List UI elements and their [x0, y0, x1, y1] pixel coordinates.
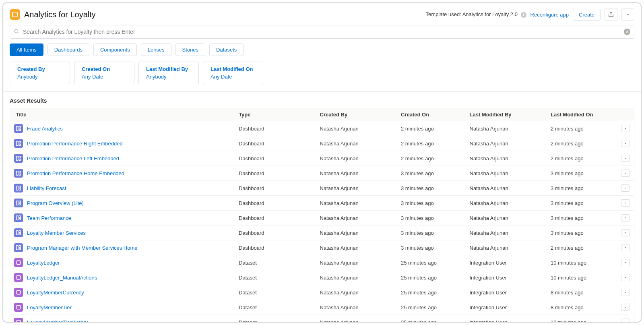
- cell-modified-by: Natasha Arjunan: [466, 196, 547, 211]
- asset-type-tabs: All ItemsDashboardsComponentsLensesStori…: [7, 43, 637, 62]
- cell-created-by: Natasha Arjunan: [316, 226, 397, 240]
- cell-type: Dataset: [235, 315, 316, 323]
- filter-value: Any Date: [211, 74, 256, 80]
- info-icon[interactable]: i: [521, 12, 526, 18]
- dashboard-icon: [14, 228, 23, 237]
- tab-lenses[interactable]: Lenses: [141, 43, 171, 56]
- svg-line-1: [18, 32, 19, 33]
- svg-rect-10: [19, 159, 21, 161]
- column-created-on[interactable]: Created On: [397, 108, 466, 121]
- svg-rect-26: [17, 246, 18, 250]
- tab-components[interactable]: Components: [93, 43, 137, 56]
- header-left: Analytics for Loyalty: [10, 9, 96, 20]
- filter-row: Created ByAnybodyCreated OnAny DateLast …: [7, 62, 637, 91]
- asset-title-link[interactable]: Liability Forecast: [27, 185, 66, 191]
- cell-created-on: 3 minutes ago: [397, 181, 466, 196]
- asset-title-link[interactable]: Team Performance: [27, 215, 71, 221]
- row-actions-button[interactable]: [621, 170, 630, 177]
- chevron-down-icon: [623, 275, 627, 279]
- filter-last-modified-by[interactable]: Last Modified ByAnybody: [138, 62, 199, 84]
- cell-created-on: 25 minutes ago: [397, 255, 466, 270]
- svg-point-0: [14, 29, 18, 33]
- row-actions-button[interactable]: [621, 155, 630, 162]
- filter-last-modified-on[interactable]: Last Modified OnAny Date: [203, 62, 263, 84]
- cell-created-by: Natasha Arjunan: [316, 181, 397, 196]
- row-actions-button[interactable]: [621, 199, 630, 207]
- asset-title-link[interactable]: Fraud Analytics: [27, 126, 63, 132]
- cell-modified-on: 3 minutes ago: [547, 196, 615, 211]
- row-actions-button[interactable]: [621, 125, 630, 132]
- svg-rect-33: [17, 320, 20, 323]
- row-actions-button[interactable]: [621, 140, 630, 147]
- cell-created-on: 3 minutes ago: [397, 211, 466, 226]
- row-actions-button[interactable]: [621, 289, 630, 296]
- table-row: LoyaltyMemberTierDatasetNatasha Arjunan2…: [10, 300, 634, 315]
- share-button[interactable]: [605, 8, 617, 21]
- cell-type: Dashboard: [235, 136, 316, 151]
- cell-type: Dashboard: [235, 151, 316, 166]
- asset-title-link[interactable]: Promotion Performance Home Embedded: [27, 170, 124, 176]
- cell-modified-by: Natasha Arjunan: [466, 211, 547, 226]
- cell-created-on: 2 minutes ago: [397, 136, 466, 151]
- cell-type: Dashboard: [235, 196, 316, 211]
- svg-rect-29: [17, 261, 20, 264]
- tab-datasets[interactable]: Datasets: [209, 43, 244, 56]
- cell-created-on: 25 minutes ago: [397, 315, 466, 323]
- asset-title-link[interactable]: Promotion Performance Right Embedded: [27, 141, 123, 147]
- svg-rect-8: [17, 156, 18, 161]
- svg-rect-4: [19, 129, 21, 131]
- column-type[interactable]: Type: [235, 108, 316, 121]
- asset-title-link[interactable]: Promotion Performance Left Embedded: [27, 155, 119, 161]
- asset-title-link[interactable]: LoyaltyLedger: [27, 260, 60, 266]
- asset-title-link[interactable]: LoyaltyMemberCurrency: [27, 290, 84, 296]
- filter-title: Created On: [82, 66, 127, 72]
- create-button[interactable]: Create: [573, 9, 601, 21]
- row-actions-button[interactable]: [621, 274, 630, 281]
- column-title[interactable]: Title: [10, 108, 235, 121]
- column-last-modified-by[interactable]: Last Modified By: [466, 108, 547, 121]
- filter-created-by[interactable]: Created ByAnybody: [10, 62, 70, 84]
- cell-created-on: 2 minutes ago: [397, 151, 466, 166]
- cell-modified-by: Natasha Arjunan: [466, 181, 547, 196]
- svg-rect-19: [19, 204, 21, 205]
- asset-title-link[interactable]: LoyaltyMemberTierHistory: [27, 319, 88, 323]
- tab-all-items[interactable]: All Items: [10, 43, 43, 56]
- search-input[interactable]: [10, 25, 634, 39]
- svg-rect-27: [19, 246, 21, 248]
- row-actions-button[interactable]: [621, 319, 630, 323]
- row-actions-button[interactable]: [621, 304, 630, 311]
- asset-title-link[interactable]: LoyaltyMemberTier: [27, 304, 72, 311]
- asset-title-link[interactable]: Program Manager with Member Services Hom…: [27, 245, 138, 251]
- svg-rect-13: [19, 174, 21, 176]
- row-actions-button[interactable]: [621, 259, 630, 266]
- cell-created-on: 3 minutes ago: [397, 226, 466, 240]
- filter-title: Created By: [17, 66, 62, 72]
- cell-modified-by: Integration User: [466, 270, 547, 285]
- tab-stories[interactable]: Stories: [175, 43, 205, 56]
- cell-type: Dashboard: [235, 166, 316, 181]
- results-heading: Asset Results: [7, 92, 637, 108]
- row-actions-button[interactable]: [621, 214, 630, 221]
- row-actions-button[interactable]: [621, 184, 630, 192]
- asset-title-link[interactable]: LoyaltyLedger_ManualActions: [27, 275, 97, 281]
- table-row: Promotion Performance Home EmbeddedDashb…: [10, 166, 634, 181]
- dashboard-icon: [14, 139, 23, 148]
- more-actions-button[interactable]: [621, 8, 634, 21]
- column-created-by[interactable]: Created By: [316, 108, 397, 121]
- row-actions-button[interactable]: [621, 229, 630, 236]
- chevron-down-icon: [623, 231, 627, 235]
- asset-title-link[interactable]: Loyalty Member Services: [27, 230, 86, 236]
- chevron-down-icon: [623, 320, 627, 323]
- chevron-down-icon: [623, 186, 627, 190]
- template-used-text: Template used: Analytics for Loyalty 2.0: [426, 11, 518, 17]
- chevron-down-icon: [623, 171, 627, 175]
- tab-dashboards[interactable]: Dashboards: [47, 43, 89, 56]
- clear-search-button[interactable]: ✕: [624, 29, 630, 35]
- cell-created-by: Natasha Arjunan: [316, 270, 397, 285]
- row-actions-button[interactable]: [621, 244, 630, 251]
- column-last-modified-on[interactable]: Last Modified On: [547, 108, 615, 121]
- asset-title-link[interactable]: Program Overview (Lite): [27, 200, 84, 206]
- dashboard-icon: [14, 213, 23, 222]
- filter-created-on[interactable]: Created OnAny Date: [74, 62, 134, 84]
- reconfigure-app-link[interactable]: Reconfigure app: [530, 12, 569, 18]
